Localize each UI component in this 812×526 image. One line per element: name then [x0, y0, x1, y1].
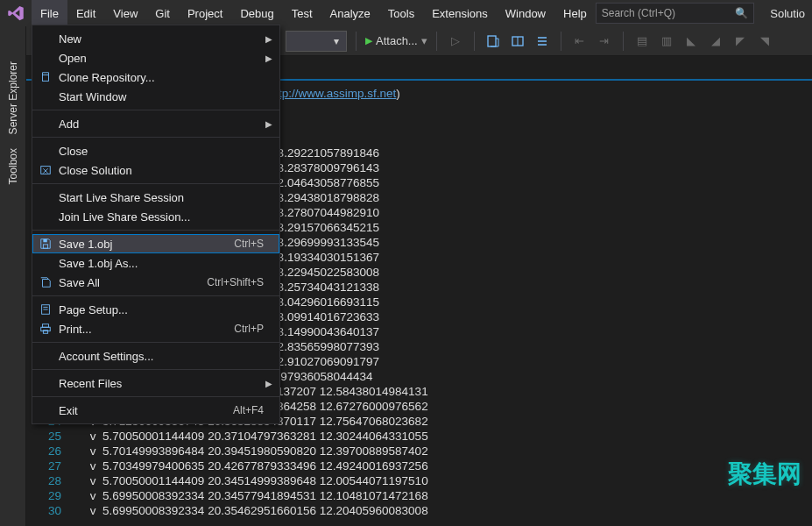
menu-test[interactable]: Test — [283, 0, 321, 26]
menu-separator — [32, 110, 279, 110]
svg-rect-15 — [43, 324, 49, 328]
svg-rect-6 — [43, 75, 49, 81]
submenu-arrow-icon: ▶ — [265, 53, 272, 63]
menu-separator — [32, 295, 279, 296]
menu-item-label: Print... — [59, 323, 234, 336]
list-icon[interactable] — [533, 32, 552, 51]
menu-git[interactable]: Git — [146, 0, 179, 26]
clear-bookmark-icon[interactable]: ◥ — [755, 32, 774, 51]
indent-right-icon[interactable]: ⇥ — [595, 32, 614, 51]
svg-rect-7 — [41, 167, 51, 174]
menu-item-open[interactable]: Open▶ — [32, 48, 279, 68]
menu-item-new[interactable]: New▶ — [32, 29, 279, 48]
menu-help[interactable]: Help — [554, 0, 596, 26]
solution-explorer-tab[interactable]: Solutio — [763, 0, 812, 26]
line-number: 30 — [26, 503, 74, 518]
submenu-arrow-icon: ▶ — [265, 119, 272, 129]
menu-item-print[interactable]: Print...Ctrl+P — [32, 319, 279, 338]
page-setup-icon — [32, 303, 59, 316]
menu-tools[interactable]: Tools — [379, 0, 423, 26]
menu-item-start-live-share-session[interactable]: Start Live Share Session — [32, 188, 279, 207]
menu-separator — [32, 230, 279, 231]
code-line: 30 v 5.69950008392334 20.35462951660156 … — [26, 503, 812, 518]
menu-item-label: Add — [59, 117, 264, 131]
line-number: 25 — [26, 429, 74, 444]
menu-separator — [32, 342, 279, 343]
side-tab-toolbox[interactable]: Toolbox — [5, 143, 21, 189]
menu-item-label: Save All — [59, 276, 207, 289]
new-file-icon[interactable] — [484, 32, 503, 51]
bookmark-icon[interactable]: ◣ — [681, 32, 701, 51]
code-line: 27 v 5.70349979400635 20.42677879333496 … — [26, 458, 812, 473]
menu-item-start-window[interactable]: Start Window — [32, 87, 279, 106]
menu-item-add[interactable]: Add▶ — [32, 114, 279, 133]
menu-item-label: Account Settings... — [59, 350, 264, 363]
menu-item-label: Exit — [59, 404, 233, 417]
search-placeholder: Search (Ctrl+Q) — [602, 7, 735, 19]
menu-separator — [32, 137, 279, 138]
menu-item-recent-files[interactable]: Recent Files▶ — [32, 373, 279, 393]
watermark: 聚集网 — [728, 458, 801, 491]
next-bookmark-icon[interactable]: ◤ — [731, 32, 750, 51]
side-tab-server-explorer[interactable]: Server Explorer — [5, 56, 21, 139]
menu-view[interactable]: View — [104, 0, 146, 26]
code-line: 28 v 5.70050001144409 20.34514999389648 … — [26, 473, 812, 488]
menubar: FileEditViewGitProjectDebugTestAnalyzeTo… — [0, 0, 812, 26]
url-link[interactable]: http://www.assimp.sf.net — [269, 87, 397, 100]
svg-rect-0 — [488, 36, 496, 46]
menu-extensions[interactable]: Extensions — [423, 0, 497, 26]
menu-item-account-settings[interactable]: Account Settings... — [32, 346, 279, 366]
menu-shortcut: Ctrl+P — [234, 323, 264, 335]
save-icon — [32, 238, 59, 250]
code-line: 26 v 5.70149993896484 20.39451980590820 … — [26, 444, 812, 458]
code-line: 25 v 5.70050001144409 20.37104797363281 … — [26, 429, 812, 444]
indent-left-icon[interactable]: ⇤ — [570, 32, 590, 51]
file-menu: New▶Open▶Clone Repository...Start Window… — [32, 25, 280, 424]
comment-icon[interactable]: ▤ — [632, 32, 652, 51]
menu-analyze[interactable]: Analyze — [321, 0, 379, 26]
menu-file[interactable]: File — [32, 0, 67, 26]
svg-rect-10 — [43, 245, 47, 248]
search-icon: 🔍 — [735, 7, 748, 19]
menu-item-close[interactable]: Close — [32, 141, 279, 160]
menu-separator — [32, 396, 279, 397]
config-dropdown[interactable]: ▾ — [286, 31, 347, 52]
menu-item-exit[interactable]: ExitAlt+F4 — [32, 401, 279, 420]
uncomment-icon[interactable]: ▥ — [657, 32, 676, 51]
menu-item-label: Clone Repository... — [59, 71, 264, 84]
menu-project[interactable]: Project — [179, 0, 231, 26]
submenu-arrow-icon: ▶ — [265, 379, 272, 388]
menu-shortcut: Ctrl+S — [234, 238, 264, 250]
line-number: 29 — [26, 488, 74, 503]
menu-window[interactable]: Window — [497, 0, 554, 26]
menu-item-save-1-obj[interactable]: Save 1.objCtrl+S — [32, 234, 279, 253]
menu-item-page-setup[interactable]: Page Setup... — [32, 300, 279, 319]
menu-debug[interactable]: Debug — [231, 0, 282, 26]
search-box[interactable]: Search (Ctrl+Q)🔍 — [596, 3, 754, 24]
menu-edit[interactable]: Edit — [67, 0, 104, 26]
menu-item-label: Start Live Share Session — [59, 191, 264, 204]
step-icon[interactable]: ▷ — [446, 32, 465, 51]
menu-shortcut: Alt+F4 — [233, 404, 264, 416]
print-icon — [32, 323, 59, 335]
menu-item-join-live-share-session[interactable]: Join Live Share Session... — [32, 207, 279, 226]
line-number: 28 — [26, 473, 74, 488]
menu-separator — [32, 369, 279, 370]
menu-item-clone-repository[interactable]: Clone Repository... — [32, 68, 279, 87]
menu-item-close-solution[interactable]: Close Solution — [32, 160, 279, 180]
menu-item-label: Recent Files — [59, 377, 264, 390]
menu-item-save-all[interactable]: Save AllCtrl+Shift+S — [32, 273, 279, 292]
left-rail: Server ExplorerToolbox — [0, 26, 26, 526]
menu-item-save-1-obj-as[interactable]: Save 1.obj As... — [32, 253, 279, 273]
menu-item-label: Close — [59, 145, 264, 158]
menu-shortcut: Ctrl+Shift+S — [207, 276, 264, 288]
menu-item-label: Page Setup... — [59, 303, 264, 316]
attach-button[interactable]: ▶ Attach... ▾ — [365, 34, 427, 47]
prev-bookmark-icon[interactable]: ◢ — [706, 32, 725, 51]
menu-item-label: Start Window — [59, 90, 264, 103]
line-number: 27 — [26, 458, 74, 473]
code-line: 29 v 5.69950008392334 20.34577941894531 … — [26, 488, 812, 503]
layout-icon[interactable] — [508, 32, 527, 51]
submenu-arrow-icon: ▶ — [265, 34, 272, 44]
play-icon: ▶ — [365, 35, 372, 46]
